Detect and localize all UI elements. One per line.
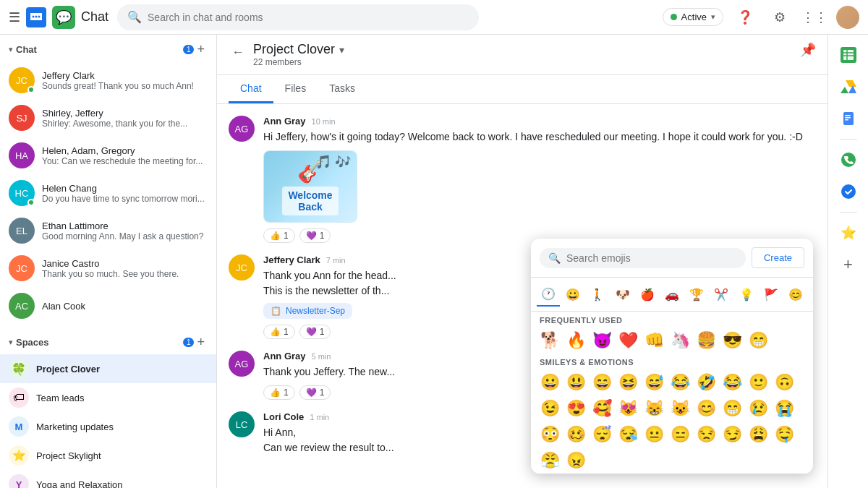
chat-item[interactable]: HC Helen Chang Do you have time to sync … [0, 174, 216, 212]
search-input[interactable] [148, 12, 469, 23]
emoji-cat-flags[interactable]: 🚩 [760, 282, 783, 307]
emoji-item[interactable]: 😴 [589, 421, 615, 448]
emoji-item[interactable]: 😅 [641, 369, 667, 395]
search-bar[interactable]: 🔍 [117, 4, 479, 30]
reaction-thumbsup[interactable]: 👍1 [263, 228, 295, 243]
emoji-search-wrap[interactable]: 🔍 [540, 248, 746, 268]
emoji-item[interactable]: 😁 [745, 328, 771, 354]
emoji-cat-smileys[interactable]: 😀 [561, 282, 584, 307]
sheets-button[interactable] [834, 40, 863, 69]
pin-button[interactable]: 📌 [800, 42, 816, 58]
chat-item[interactable]: EL Ethan Lattimore Good morning Ann. May… [0, 212, 216, 249]
emoji-item[interactable]: ❤️ [615, 328, 641, 354]
emoji-cat-people[interactable]: 🚶 [586, 282, 609, 307]
emoji-item[interactable]: 😉 [537, 395, 563, 421]
space-item-yoga-relaxation[interactable]: Y Yoga and Relaxation [0, 470, 216, 488]
user-avatar[interactable] [836, 6, 859, 29]
emoji-item[interactable]: 🙃 [771, 369, 797, 395]
reaction-heart[interactable]: 💜1 [299, 228, 331, 243]
emoji-cat-objects[interactable]: ✂️ [710, 282, 733, 307]
menu-icon[interactable]: ☰ [9, 9, 20, 25]
newsletter-attachment[interactable]: 📋 Newsletter-Sep [263, 303, 352, 319]
reaction-heart[interactable]: 💜1 [299, 325, 331, 339]
emoji-item[interactable]: 😄 [589, 369, 615, 395]
reaction-thumbsup[interactable]: 👍1 [263, 385, 295, 400]
emoji-cat-custom[interactable]: 😊 [784, 282, 807, 307]
emoji-item[interactable]: 😂 [667, 369, 693, 395]
drive-button[interactable] [834, 72, 863, 101]
space-item-project-skylight[interactable]: ⭐ Project Skylight [0, 441, 216, 470]
emoji-item[interactable]: 😎 [719, 328, 745, 354]
chat-item[interactable]: JC Jeffery Clark Sounds great! Thank you… [0, 61, 216, 99]
emoji-item[interactable]: 😳 [537, 421, 563, 448]
star-button[interactable]: ⭐ [834, 218, 863, 247]
emoji-item[interactable]: 😪 [615, 421, 641, 448]
emoji-item[interactable]: 😃 [563, 369, 589, 395]
svg-marker-11 [841, 87, 848, 93]
emoji-item[interactable]: 🤣 [693, 369, 719, 395]
emoji-item[interactable]: 😑 [667, 421, 693, 448]
emoji-item[interactable]: 👊 [641, 328, 667, 354]
emoji-item[interactable]: 🙂 [745, 369, 771, 395]
emoji-item[interactable]: 🍔 [693, 328, 719, 354]
emoji-item[interactable]: 😐 [641, 421, 667, 448]
emoji-item[interactable]: 😂 [719, 369, 745, 395]
emoji-cat-food[interactable]: 🍎 [636, 282, 659, 307]
emoji-item[interactable]: 😊 [693, 395, 719, 421]
emoji-item[interactable]: 🥴 [563, 421, 589, 448]
apps-button[interactable]: ⋮⋮ [801, 4, 827, 30]
emoji-item[interactable]: 😠 [563, 448, 589, 474]
emoji-cat-activities[interactable]: 🏆 [685, 282, 708, 307]
status-button[interactable]: Active ▾ [663, 8, 723, 26]
tasks-button[interactable] [834, 177, 863, 206]
emoji-item[interactable]: 😍 [563, 395, 589, 421]
chat-item[interactable]: AC Alan Cook [0, 287, 216, 325]
chat-item[interactable]: HA Helen, Adam, Gregory You: Can we resc… [0, 137, 216, 174]
reaction-thumbsup[interactable]: 👍1 [263, 325, 295, 339]
emoji-item[interactable]: 😁 [719, 395, 745, 421]
tab-chat[interactable]: Chat [229, 75, 273, 103]
reaction-heart[interactable]: 💜1 [299, 385, 331, 400]
emoji-item[interactable]: 😈 [589, 328, 615, 354]
chat-add-button[interactable]: + [194, 40, 208, 59]
emoji-item[interactable]: 😭 [771, 395, 797, 421]
emoji-cat-symbols[interactable]: 💡 [735, 282, 758, 307]
chat-section-header[interactable]: ▾ Chat 1 + [0, 35, 216, 61]
spaces-section-header[interactable]: ▾ Spaces 1 + [0, 328, 216, 354]
emoji-item[interactable]: 😒 [693, 421, 719, 448]
chat-item[interactable]: JC Janice Castro Thank you so much. See … [0, 249, 216, 287]
space-item-team-leads[interactable]: 🏷 Team leads [0, 383, 216, 412]
emoji-item[interactable]: 😤 [537, 448, 563, 474]
emoji-item[interactable]: 🔥 [563, 328, 589, 354]
docs-button[interactable] [834, 104, 863, 133]
chat-item[interactable]: SJ Shirley, Jeffery Shirley: Awesome, th… [0, 99, 216, 137]
emoji-cat-animals[interactable]: 🐶 [611, 282, 634, 307]
emoji-item[interactable]: 🤤 [771, 421, 797, 448]
tab-files[interactable]: Files [273, 75, 318, 103]
emoji-item[interactable]: 😻 [615, 395, 641, 421]
spaces-add-button[interactable]: + [194, 333, 208, 351]
settings-button[interactable]: ⚙ [767, 4, 793, 30]
emoji-item[interactable]: 😸 [641, 395, 667, 421]
emoji-cat-travel[interactable]: 🚗 [660, 282, 684, 307]
emoji-cat-recent[interactable]: 🕐 [537, 282, 560, 307]
emoji-item[interactable]: 😆 [615, 369, 641, 395]
space-item-project-clover[interactable]: 🍀 Project Clover [0, 354, 216, 383]
tab-tasks[interactable]: Tasks [318, 75, 367, 103]
emoji-item[interactable]: 😀 [537, 369, 563, 395]
space-item-marketing-updates[interactable]: M Marketing updates [0, 412, 216, 441]
emoji-item[interactable]: 🐕 [537, 328, 563, 354]
add-apps-button[interactable]: + [834, 250, 863, 279]
help-button[interactable]: ❓ [732, 4, 758, 30]
emoji-item[interactable]: 😢 [745, 395, 771, 421]
emoji-item[interactable]: 😏 [719, 421, 745, 448]
emoji-item[interactable]: 😩 [745, 421, 771, 448]
emoji-item[interactable]: 🦄 [667, 328, 693, 354]
emoji-item[interactable]: 😺 [667, 395, 693, 421]
room-dropdown-arrow[interactable]: ▾ [339, 44, 344, 56]
emoji-item[interactable]: 🥰 [589, 395, 615, 421]
phone-button[interactable] [834, 145, 863, 174]
back-button[interactable]: ← [229, 42, 247, 63]
create-emoji-button[interactable]: Create [752, 247, 804, 268]
emoji-search-input[interactable] [566, 252, 737, 264]
